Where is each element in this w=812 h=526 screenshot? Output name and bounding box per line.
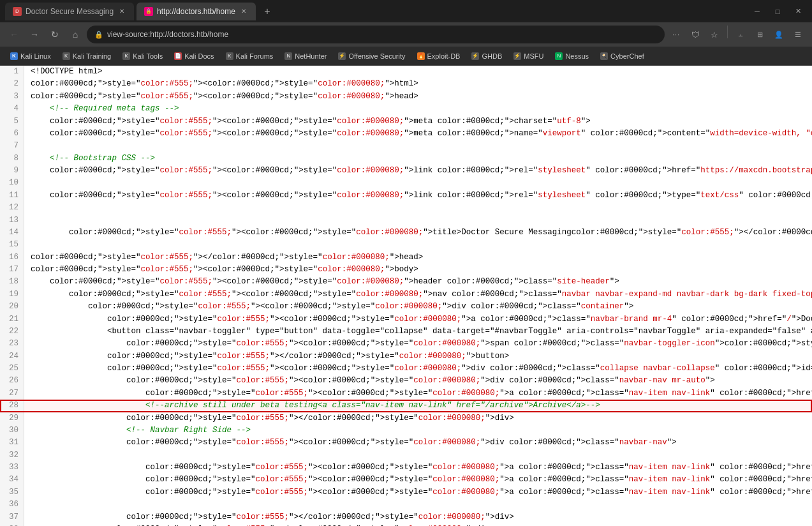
bookmark-kali-training[interactable]: K Kali Training (57, 50, 117, 62)
line-number-20: 20 (0, 301, 24, 313)
offensive-label: Offensive Security (348, 52, 405, 60)
menu-button[interactable]: ☰ (789, 26, 807, 43)
kali-training-icon: K (63, 52, 70, 60)
line-content-19: color:#0000cd;">style="color:#555;"><col… (24, 289, 812, 301)
kali-docs-label: Kali Docs (184, 52, 214, 60)
source-code-area[interactable]: 1<!DOCTYPE html>2color:#0000cd;">style="… (0, 66, 812, 526)
line-content-32 (24, 449, 812, 462)
line-number-30: 30 (0, 425, 24, 437)
divider (727, 26, 728, 38)
line-content-22: <button class="navbar-toggler" type="but… (24, 326, 812, 338)
new-tab-button[interactable]: + (258, 3, 276, 20)
line-number-23: 23 (0, 338, 24, 350)
sidebar-button[interactable]: ⫠ (732, 26, 749, 43)
source-line-37: 37 color:#0000cd;">style="color:#555;"><… (0, 511, 812, 523)
cyberchef-icon: 🍳 (600, 52, 608, 60)
browser-chrome: D Doctor Secure Messaging ✕ 🔒 http://doc… (0, 0, 812, 66)
bookmark-nessus[interactable]: N Nessus (550, 50, 594, 62)
line-number-15: 15 (0, 239, 24, 251)
source-line-27: 27 color:#0000cd;">style="color:#555;"><… (0, 387, 812, 400)
source-line-17: 17color:#0000cd;">style="color:#555;"><c… (0, 264, 812, 276)
line-content-13 (24, 214, 812, 227)
bookmark-kali-forums[interactable]: K Kali Forums (221, 50, 279, 62)
line-number-18: 18 (0, 276, 24, 288)
line-content-15 (24, 239, 812, 251)
offensive-icon: ⚡ (338, 52, 346, 60)
line-content-18: color:#0000cd;">style="color:#555;"><col… (24, 276, 812, 288)
tab1-favicon: D (13, 7, 22, 16)
source-line-21: 21 color:#0000cd;">style="color:#555;"><… (0, 313, 812, 326)
line-content-28: <!--archive still under beta testing<a c… (24, 400, 812, 412)
bookmark-nethunter[interactable]: N NetHunter (279, 50, 332, 62)
address-bar[interactable]: 🔒 view-source:http://doctors.htb/home (87, 26, 665, 43)
line-number-35: 35 (0, 486, 24, 499)
home-button[interactable]: ⌂ (66, 26, 84, 43)
back-button[interactable]: ← (5, 26, 23, 43)
close-btn[interactable]: ✕ (789, 3, 807, 20)
star-button[interactable]: ☆ (705, 26, 723, 43)
line-content-34: color:#0000cd;">style="color:#555;"><col… (24, 474, 812, 486)
source-line-15: 15 (0, 239, 812, 251)
shield-button[interactable]: 🛡 (686, 26, 704, 43)
line-content-14: color:#0000cd;">style="color:#555;"><col… (24, 227, 812, 239)
line-content-2: color:#0000cd;">style="color:#555;"><col… (24, 78, 812, 90)
tab1-close[interactable]: ✕ (117, 7, 126, 16)
tab2-close[interactable]: ✕ (239, 7, 248, 16)
kali-forums-label: Kali Forums (236, 52, 274, 60)
account-button[interactable]: 👤 (770, 26, 788, 43)
line-content-23: color:#0000cd;">style="color:#555;"><col… (24, 338, 812, 350)
more-button[interactable]: ··· (667, 26, 685, 43)
msfu-icon: ⚡ (513, 52, 521, 60)
source-line-10: 10 (0, 177, 812, 189)
tab-1[interactable]: D Doctor Secure Messaging ✕ (5, 3, 134, 20)
minimize-btn[interactable]: ─ (748, 3, 766, 20)
maximize-btn[interactable]: □ (769, 3, 786, 20)
bookmark-exploit-db[interactable]: 🔥 Exploit-DB (412, 50, 466, 62)
line-content-11: color:#0000cd;">style="color:#555;"><col… (24, 190, 812, 202)
nethunter-label: NetHunter (295, 52, 327, 60)
forward-button[interactable]: → (26, 26, 43, 43)
bookmark-offensive[interactable]: ⚡ Offensive Security (333, 50, 410, 62)
source-line-20: 20 color:#0000cd;">style="color:#555;"><… (0, 301, 812, 313)
ghdb-icon: ⚡ (471, 52, 479, 60)
source-line-3: 3color:#0000cd;">style="color:#555;"><co… (0, 91, 812, 103)
line-content-37: color:#0000cd;">style="color:#555;"></co… (24, 511, 812, 523)
bookmark-kali-docs[interactable]: 📄 Kali Docs (169, 50, 219, 62)
line-number-11: 11 (0, 190, 24, 202)
line-number-24: 24 (0, 350, 24, 363)
line-number-9: 9 (0, 165, 24, 177)
tab1-label: Doctor Secure Messaging (26, 7, 114, 16)
nav-bar: ← → ↻ ⌂ 🔒 view-source:http://doctors.htb… (0, 22, 812, 47)
source-line-4: 4 <!-- Required meta tags --> (0, 103, 812, 115)
line-number-28: 28 (0, 400, 24, 412)
address-lock-icon: 🔒 (94, 31, 103, 39)
line-number-37: 37 (0, 511, 24, 523)
bookmark-cyberchef[interactable]: 🍳 CyberChef (595, 50, 649, 62)
exploit-db-icon: 🔥 (417, 52, 425, 60)
line-number-26: 26 (0, 375, 24, 387)
line-number-36: 36 (0, 499, 24, 511)
line-content-21: color:#0000cd;">style="color:#555;"><col… (24, 313, 812, 326)
source-line-22: 22 <button class="navbar-toggler" type="… (0, 326, 812, 338)
line-number-22: 22 (0, 326, 24, 338)
line-number-27: 27 (0, 387, 24, 400)
line-content-24: color:#0000cd;">style="color:#555;"></co… (24, 350, 812, 363)
kali-docs-icon: 📄 (174, 52, 182, 60)
bookmark-msfu[interactable]: ⚡ MSFU (508, 50, 549, 62)
line-content-17: color:#0000cd;">style="color:#555;"><col… (24, 264, 812, 276)
tab-2[interactable]: 🔒 http://doctors.htb/home ✕ (137, 3, 256, 20)
source-line-16: 16color:#0000cd;">style="color:#555;"></… (0, 252, 812, 264)
line-number-14: 14 (0, 227, 24, 239)
panel-button[interactable]: ⊞ (751, 26, 769, 43)
source-line-8: 8 <!-- Bootstrap CSS --> (0, 153, 812, 165)
bookmark-kali-tools[interactable]: K Kali Tools (117, 50, 168, 62)
line-content-27: color:#0000cd;">style="color:#555;"><col… (24, 387, 812, 400)
reload-button[interactable]: ↻ (46, 26, 64, 43)
line-content-33: color:#0000cd;">style="color:#555;"><col… (24, 462, 812, 474)
source-line-9: 9 color:#0000cd;">style="color:#555;"><c… (0, 165, 812, 177)
line-content-1: <!DOCTYPE html> (24, 66, 812, 78)
line-content-29: color:#0000cd;">style="color:#555;"></co… (24, 412, 812, 425)
source-line-36: 36 (0, 499, 812, 511)
bookmark-ghdb[interactable]: ⚡ GHDB (466, 50, 507, 62)
bookmark-kali-linux[interactable]: K Kali Linux (5, 50, 56, 62)
